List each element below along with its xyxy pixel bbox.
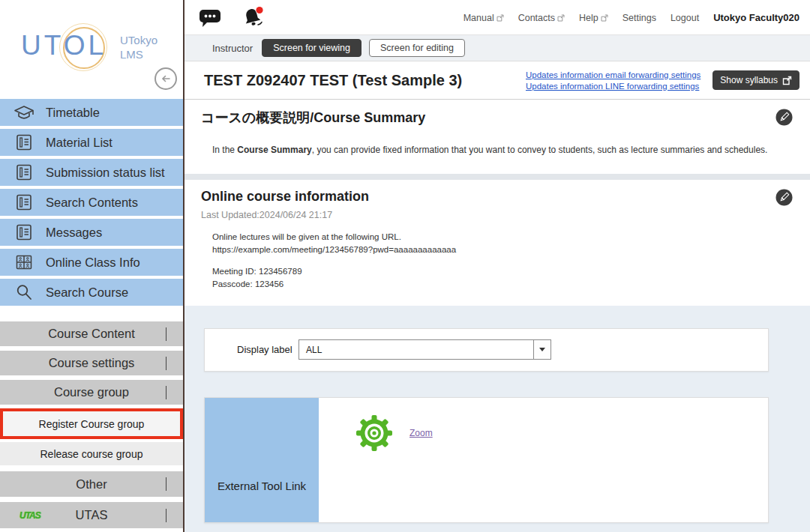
online-info-heading: Online course information bbox=[201, 189, 369, 205]
course-summary-heading: コースの概要説明/Course Summary bbox=[201, 109, 425, 127]
submenu-label: Release course group bbox=[40, 448, 143, 460]
notification-bell-icon[interactable] bbox=[240, 5, 266, 34]
utas-logo-icon: UTAS bbox=[20, 510, 40, 521]
document-list-icon bbox=[13, 163, 35, 181]
external-tool-card: External Tool Link bbox=[204, 397, 769, 523]
sidebar-item-messages[interactable]: Messages bbox=[0, 219, 183, 246]
sidebar-item-other[interactable]: Other bbox=[0, 471, 183, 497]
logo-text: UTOL bbox=[21, 30, 106, 61]
zoom-tool-link[interactable]: Zoom bbox=[410, 428, 433, 438]
external-link-icon bbox=[601, 14, 608, 22]
external-link-icon bbox=[496, 14, 504, 22]
chevron-right-icon bbox=[166, 327, 166, 341]
menu-label: Course group bbox=[54, 385, 129, 399]
screen-for-viewing-button[interactable]: Screen for viewing bbox=[262, 39, 362, 57]
chevron-right-icon bbox=[166, 477, 166, 491]
main-area: Manual Contacts Help Settings Logout Uto… bbox=[184, 0, 810, 532]
dropdown-arrow-icon bbox=[533, 340, 550, 359]
online-course-info-section: Online course information Last Updated:2… bbox=[184, 180, 810, 306]
line-forwarding-settings-link[interactable]: Updates information LINE forwarding sett… bbox=[526, 82, 700, 91]
sidebar-collapse-button[interactable] bbox=[154, 67, 177, 90]
email-forwarding-settings-link[interactable]: Updates information email forwarding set… bbox=[526, 70, 700, 79]
external-tool-panel-label: External Tool Link bbox=[205, 480, 319, 492]
menu-label: Course settings bbox=[49, 356, 135, 370]
selected-option: ALL bbox=[306, 345, 533, 355]
external-link-icon bbox=[782, 76, 792, 85]
document-list-icon bbox=[13, 193, 35, 211]
sidebar-item-label: Timetable bbox=[46, 106, 100, 120]
edit-online-info-button[interactable] bbox=[776, 189, 793, 209]
chevron-down-icon bbox=[166, 386, 166, 399]
sidebar-item-label: Online Class Info bbox=[46, 256, 140, 270]
sidebar-item-label: Messages bbox=[46, 226, 102, 240]
sidebar-item-utas[interactable]: UTAS UTAS bbox=[0, 502, 183, 528]
sidebar-item-submission-status[interactable]: Submission status list bbox=[0, 159, 183, 186]
sidebar-item-course-content[interactable]: Course Content bbox=[0, 321, 183, 346]
submenu-label: Register Course group bbox=[39, 418, 145, 430]
menu-label: Other bbox=[76, 477, 106, 492]
course-summary-section: コースの概要説明/Course Summary In the Course Su… bbox=[184, 100, 810, 174]
sidebar-item-timetable[interactable]: Timetable bbox=[0, 99, 183, 126]
course-title-bar: TEST Z092407 TEST (Test Sample 3) Update… bbox=[184, 61, 810, 100]
edit-summary-button[interactable] bbox=[776, 109, 793, 129]
settings-link[interactable]: Settings bbox=[622, 13, 656, 23]
display-label-card: Display label ALL bbox=[204, 328, 769, 372]
sidebar-item-material-list[interactable]: Material List bbox=[0, 129, 183, 156]
last-updated-text: Last Updated:2024/06/24 21:17 bbox=[201, 210, 332, 220]
contacts-link[interactable]: Contacts bbox=[518, 13, 565, 23]
mode-bar: Instructor Screen for viewing Screen for… bbox=[184, 35, 810, 61]
online-info-line: Online lectures will be given at the fol… bbox=[212, 231, 456, 244]
sidebar-item-label: Submission status list bbox=[46, 166, 165, 180]
manual-link[interactable]: Manual bbox=[464, 13, 504, 23]
menu-label: UTAS bbox=[76, 508, 108, 522]
sidebar-item-label: Search Contents bbox=[46, 196, 138, 210]
sidebar-item-search-course[interactable]: Search Course bbox=[0, 279, 183, 306]
external-link-icon bbox=[557, 14, 565, 22]
magnifier-icon bbox=[13, 283, 35, 301]
role-label: Instructor bbox=[212, 43, 253, 54]
utol-lms-app: UTOL UTokyo LMS Timetable Material List bbox=[0, 0, 810, 532]
utol-logo: UTOL UTokyo LMS bbox=[0, 0, 183, 99]
pencil-icon bbox=[776, 109, 793, 126]
passcode-text: Passcode: 123456 bbox=[212, 278, 456, 291]
messages-bubble-icon[interactable] bbox=[198, 7, 222, 32]
graduation-cap-icon bbox=[13, 104, 35, 121]
sidebar-item-label: Material List bbox=[46, 136, 112, 150]
arrow-left-icon bbox=[160, 74, 171, 83]
document-list-icon bbox=[13, 133, 35, 151]
meeting-id-text: Meeting ID: 123456789 bbox=[212, 265, 456, 278]
sidebar-item-course-group[interactable]: Course group bbox=[0, 380, 183, 405]
display-label-select[interactable]: ALL bbox=[298, 339, 551, 360]
show-syllabus-button[interactable]: Show syllabus bbox=[712, 70, 800, 90]
course-title: TEST Z092407 TEST (Test Sample 3) bbox=[204, 72, 462, 89]
online-info-body: Online lectures will be given at the fol… bbox=[212, 231, 456, 291]
sidebar-item-label: Search Course bbox=[46, 285, 128, 300]
content-bottom-area: Display label ALL External Tool Link bbox=[184, 306, 810, 532]
sidebar-item-register-course-group[interactable]: Register Course group bbox=[0, 408, 183, 439]
menu-label: Course Content bbox=[48, 327, 135, 341]
online-info-url: https://example.com/meeting/123456789?pw… bbox=[212, 244, 456, 256]
logo-subtext: UTokyo LMS bbox=[120, 33, 158, 61]
document-list-icon bbox=[13, 223, 35, 241]
top-bar: Manual Contacts Help Settings Logout Uto… bbox=[184, 0, 810, 35]
screen-for-editing-button[interactable]: Screen for editing bbox=[369, 39, 465, 57]
sidebar: UTOL UTokyo LMS Timetable Material List bbox=[0, 0, 183, 532]
help-link[interactable]: Help bbox=[579, 13, 608, 23]
sidebar-item-release-course-group[interactable]: Release course group bbox=[0, 442, 183, 465]
sidebar-item-course-settings[interactable]: Course settings bbox=[0, 351, 183, 375]
zoom-gear-icon bbox=[356, 414, 393, 452]
chevron-right-icon bbox=[166, 357, 166, 370]
course-summary-text: In the Course Summary, you can provide f… bbox=[212, 145, 767, 155]
pencil-icon bbox=[776, 189, 793, 206]
logout-link[interactable]: Logout bbox=[670, 13, 699, 23]
user-name: Utokyo Faculty020 bbox=[713, 12, 800, 23]
sidebar-item-search-contents[interactable]: Search Contents bbox=[0, 189, 183, 216]
chevron-right-icon bbox=[166, 509, 166, 522]
display-label-text: Display label bbox=[237, 344, 292, 355]
people-grid-icon bbox=[13, 253, 35, 271]
sidebar-item-online-class-info[interactable]: Online Class Info bbox=[0, 249, 183, 276]
external-tool-panel: External Tool Link bbox=[205, 398, 319, 522]
